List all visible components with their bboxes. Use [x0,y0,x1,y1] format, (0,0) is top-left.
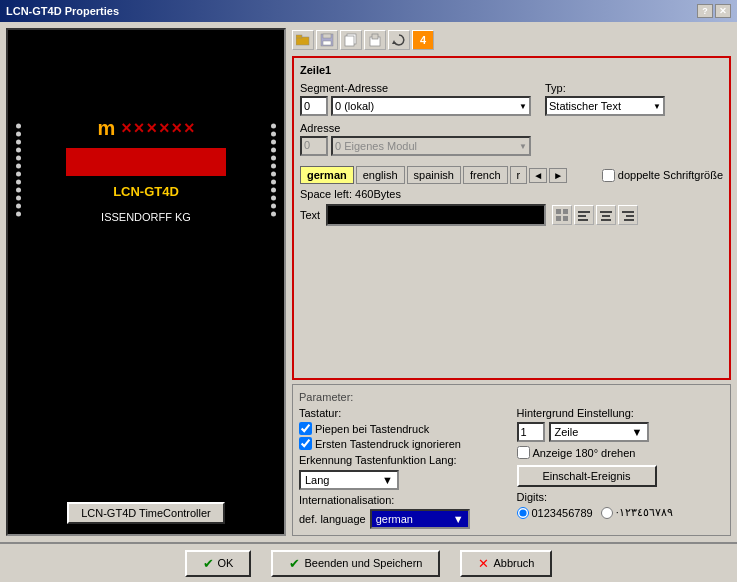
svg-rect-1 [296,35,302,38]
dot [16,196,21,201]
m-icon: m [98,117,116,140]
svg-rect-21 [626,215,634,217]
open-folder-icon[interactable] [292,30,314,50]
params-grid: Tastatur: Piepen bei Tastendruck Ersten … [299,407,724,529]
segment-value-input[interactable] [300,96,328,116]
tastatur-title: Tastatur: [299,407,507,419]
abbruch-button[interactable]: ✕ Abbruch [460,550,552,577]
adresse-group: Adresse 0 0 Eigenes Modul ▼ [300,122,531,156]
hintergrund-combo-arrow: ▼ [632,426,643,438]
check1-row: Piepen bei Tastendruck [299,422,507,435]
bottom-bar: ✔ OK ✔ Beenden und Speichern ✕ Abbruch [0,542,737,582]
x-mark: × [134,118,145,139]
ok-label: OK [218,557,234,569]
adresse-row: Adresse 0 0 Eigenes Modul ▼ [300,122,723,156]
double-size-label: doppelte Schriftgröße [618,169,723,181]
intern-section: Internationalisation: def. language germ… [299,494,507,529]
text-icon-align-right[interactable] [618,205,638,225]
double-size-checkbox[interactable] [602,169,615,182]
svg-rect-4 [323,41,331,45]
digits-radio2-group: ·١٢٣٤٥٦٧٨٩ [601,506,673,519]
lang-tabs: german english spainish french r ◄ ► [300,166,567,184]
svg-rect-17 [600,211,612,213]
lang-tab-french[interactable]: french [463,166,508,184]
dot [16,164,21,169]
anzeige-row: Anzeige 180° drehen [517,446,725,459]
hintergrund-input[interactable] [517,422,545,442]
lang-tab-english[interactable]: english [356,166,405,184]
lang-tab-prev[interactable]: ◄ [529,168,547,183]
refresh-icon[interactable] [388,30,410,50]
close-button[interactable]: ✕ [715,4,731,18]
segment-label: Segment-Adresse [300,82,531,94]
dot [271,212,276,217]
text-icon-align-center[interactable] [596,205,616,225]
lang-tab-next[interactable]: ► [549,168,567,183]
text-input-area[interactable] [326,204,546,226]
svg-rect-14 [578,211,590,213]
svg-rect-20 [622,211,634,213]
x-mark: × [159,118,170,139]
device-graphic: m × × × × × × LCN-GT4D ISSENDORFF KG [8,30,284,310]
title-bar: LCN-GT4D Properties ? ✕ [0,0,737,22]
paste-icon[interactable] [364,30,386,50]
erkennung-title: Erkennung Tastenfunktion Lang: [299,454,457,466]
digits-radio1[interactable] [517,507,529,519]
typ-combo[interactable]: Statischer Text ▼ [545,96,665,116]
hintergrund-combo[interactable]: Zeile ▼ [549,422,649,442]
digits-label2: ·١٢٣٤٥٦٧٨٩ [616,506,673,519]
timecontroller-button[interactable]: LCN-GT4D TimeController [67,502,225,524]
svg-rect-8 [372,34,378,39]
hintergrund-section: Hintergrund Einstellung: Zeile ▼ Anzeige… [517,407,725,487]
check2-row: Ersten Tastendruck ignorieren [299,437,507,450]
red-bar [66,148,226,176]
def-lang-combo[interactable]: german ▼ [370,509,470,529]
ersten-checkbox[interactable] [299,437,312,450]
segment-adresse-row: Segment-Adresse 0 (lokal) ▼ Typ: Statisc… [300,82,723,116]
digits-radio2[interactable] [601,507,613,519]
dot [16,212,21,217]
params-right: Hintergrund Einstellung: Zeile ▼ Anzeige… [517,407,725,529]
digits-section: Digits: 0123456789 ·١٢٣٤٥٦٧٨٩ [517,491,725,519]
copy-icon[interactable] [340,30,362,50]
dot [271,148,276,153]
device-name: LCN-GT4D [113,184,179,199]
svg-rect-12 [556,216,561,221]
help-button[interactable]: ? [697,4,713,18]
number4-button[interactable]: 4 [412,30,434,50]
lang-tab-german[interactable]: german [300,166,354,184]
device-center: m × × × × × × LCN-GT4D ISSENDORFF KG [66,117,226,223]
lang-and-double-row: german english spainish french r ◄ ► dop… [300,162,723,188]
svg-rect-3 [323,34,331,38]
lang-tab-spainish[interactable]: spainish [407,166,461,184]
text-icon-align-left[interactable] [574,205,594,225]
text-label: Text [300,209,320,221]
abbruch-label: Abbruch [493,557,534,569]
dot [271,172,276,177]
svg-rect-15 [578,215,586,217]
text-icons [552,205,638,225]
dot [271,164,276,169]
anzeige-checkbox[interactable] [517,446,530,459]
intern-row: def. language german ▼ [299,509,507,529]
ok-button[interactable]: ✔ OK [185,550,252,577]
erkennung-combo[interactable]: Lang ▼ [299,470,399,490]
lang-tab-r[interactable]: r [510,166,528,184]
dot [16,188,21,193]
erkennung-combo-text: Lang [305,474,329,486]
save-icon[interactable] [316,30,338,50]
typ-combo-text: Statischer Text [549,100,621,112]
typ-label: Typ: [545,82,665,94]
adresse-combo-text: 0 Eigenes Modul [335,140,417,152]
segment-combo[interactable]: 0 (lokal) ▼ [331,96,531,116]
dot [16,124,21,129]
piepen-checkbox[interactable] [299,422,312,435]
text-icon-grid[interactable] [552,205,572,225]
beenden-button[interactable]: ✔ Beenden und Speichern [271,550,440,577]
svg-rect-18 [602,215,610,217]
text-row: Text [300,204,723,226]
einschalt-button[interactable]: Einschalt-Ereignis [517,465,657,487]
svg-rect-13 [563,216,568,221]
dot [271,156,276,161]
zeile-title: Zeile1 [300,64,723,76]
